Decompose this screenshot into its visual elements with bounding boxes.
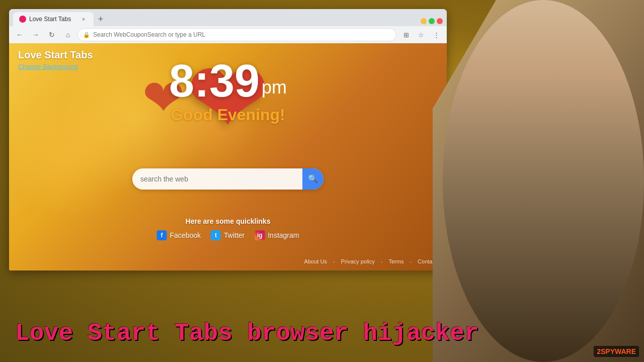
overlay-title: Love Start Tabs browser hijacker bbox=[15, 320, 479, 347]
footer-links: About Us - Privacy policy - Terms - Cont… bbox=[304, 258, 437, 264]
person-overlay bbox=[433, 0, 644, 362]
forward-button[interactable]: → bbox=[29, 28, 42, 41]
minimize-button[interactable] bbox=[421, 18, 427, 24]
bottom-text-area: Love Start Tabs browser hijacker bbox=[15, 320, 479, 347]
tab-close-button[interactable]: × bbox=[79, 15, 88, 23]
quicklinks-area: Here are some quicklinks f Facebook t Tw… bbox=[157, 217, 299, 240]
page-title-area: Love Start Tabs Change Background bbox=[18, 49, 93, 70]
back-button[interactable]: ← bbox=[13, 28, 26, 41]
facebook-icon: f bbox=[157, 230, 167, 240]
bokeh-bg-3 bbox=[9, 94, 135, 219]
new-tab-button[interactable]: + bbox=[94, 12, 108, 26]
page-title: Love Start Tabs bbox=[18, 49, 93, 60]
watermark: 2SPYWARE bbox=[594, 346, 639, 357]
footer-privacy[interactable]: Privacy policy bbox=[341, 258, 375, 264]
twitter-label: Twitter bbox=[224, 231, 245, 239]
greeting-text: Good Evening! bbox=[169, 106, 287, 124]
facebook-label: Facebook bbox=[170, 231, 201, 239]
quicklinks-heading: Here are some quicklinks bbox=[157, 217, 299, 225]
home-button[interactable]: ⌂ bbox=[61, 28, 74, 41]
clock-time: 8:39 bbox=[169, 58, 260, 104]
footer-about[interactable]: About Us bbox=[304, 258, 327, 264]
twitter-icon: t bbox=[211, 230, 221, 240]
instagram-icon: ig bbox=[255, 230, 265, 240]
search-input[interactable] bbox=[132, 168, 302, 190]
extensions-button[interactable]: ⊞ bbox=[399, 28, 413, 41]
bookmark-button[interactable]: ☆ bbox=[415, 28, 428, 41]
quicklink-instagram[interactable]: ig Instagram bbox=[255, 230, 299, 240]
tab-title: Love Start Tabs bbox=[29, 16, 76, 23]
browser-chrome: Love Start Tabs × + ← → ↻ ⌂ 🔒 bbox=[9, 9, 447, 43]
quicklinks-list: f Facebook t Twitter ig Instagram bbox=[157, 230, 299, 240]
active-tab[interactable]: Love Start Tabs × bbox=[13, 12, 94, 26]
url-input[interactable] bbox=[93, 31, 391, 38]
quicklink-facebook[interactable]: f Facebook bbox=[157, 230, 201, 240]
nav-bar: ← → ↻ ⌂ 🔒 ⊞ ☆ ⋮ bbox=[9, 26, 447, 43]
person-body bbox=[443, 0, 644, 362]
browser-content: ❤ ❤ Love Start Tabs Change Background 8:… bbox=[9, 43, 447, 270]
tab-bar: Love Start Tabs × + bbox=[9, 9, 447, 26]
reload-button[interactable]: ↻ bbox=[45, 28, 58, 41]
address-bar[interactable]: 🔒 bbox=[77, 28, 396, 41]
lock-icon: 🔒 bbox=[83, 32, 90, 38]
clock-ampm: pm bbox=[262, 77, 287, 98]
search-bar: 🔍 bbox=[132, 168, 324, 190]
search-button[interactable]: 🔍 bbox=[302, 168, 324, 190]
browser-window: Love Start Tabs × + ← → ↻ ⌂ 🔒 bbox=[9, 9, 447, 270]
search-area: 🔍 bbox=[132, 168, 324, 190]
footer-terms[interactable]: Terms bbox=[388, 258, 404, 264]
clock-area: 8:39pm Good Evening! bbox=[169, 58, 287, 124]
tab-favicon bbox=[19, 16, 26, 23]
change-background-link[interactable]: Change Background bbox=[18, 63, 93, 70]
instagram-label: Instagram bbox=[268, 231, 299, 239]
quicklink-twitter[interactable]: t Twitter bbox=[211, 230, 245, 240]
